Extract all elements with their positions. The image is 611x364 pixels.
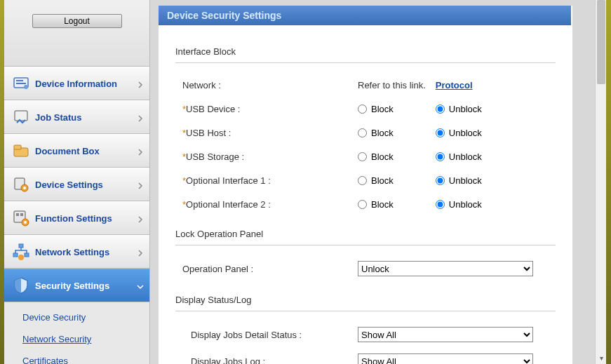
subnav-network-security[interactable]: Network Security xyxy=(4,328,149,350)
svg-rect-15 xyxy=(19,244,23,248)
nav-network-settings[interactable]: Network Settings xyxy=(4,235,149,269)
shield-icon xyxy=(11,276,31,295)
section-interface-block-title: Interface Block xyxy=(175,46,556,57)
nav-label: Network Settings xyxy=(35,247,109,257)
nav-label: Job Status xyxy=(35,112,81,123)
chevron-right-icon xyxy=(137,215,144,222)
svg-rect-2 xyxy=(16,83,26,84)
main-content: Device Security Settings Interface Block… xyxy=(150,0,606,364)
row-operation-panel: Operation Panel : Unlock xyxy=(175,255,556,282)
row-label-usb-host: USB Host : xyxy=(186,128,231,138)
chevron-right-icon xyxy=(137,114,144,121)
nav-label: Function Settings xyxy=(35,213,112,224)
row-usb-storage: *USB Storage : Block Unblock xyxy=(175,144,556,168)
sidebar: Logout Device Information Job Status Doc… xyxy=(4,0,150,364)
svg-rect-12 xyxy=(20,213,23,216)
svg-point-9 xyxy=(23,187,26,189)
usb-host-unblock[interactable]: Unblock xyxy=(436,128,482,138)
protocol-link[interactable]: Protocol xyxy=(436,80,473,90)
nav-label: Document Box xyxy=(35,146,100,156)
nav-label: Security Settings xyxy=(35,281,109,291)
svg-point-18 xyxy=(18,255,24,260)
nav-device-information[interactable]: Device Information xyxy=(4,67,149,100)
row-label-usb-storage: USB Storage : xyxy=(186,151,244,162)
divider xyxy=(175,311,556,311)
divider xyxy=(175,62,556,63)
function-settings-icon xyxy=(11,208,31,228)
logout-area: Logout xyxy=(4,0,149,67)
nav-device-settings[interactable]: Device Settings xyxy=(4,168,149,201)
row-usb-host: *USB Host : Block Unblock xyxy=(175,121,556,144)
usb-storage-unblock[interactable]: Unblock xyxy=(436,151,482,162)
opt-if1-unblock[interactable]: Unblock xyxy=(436,175,482,186)
usb-storage-block[interactable]: Block xyxy=(358,151,394,162)
section-display-status-title: Display Status/Log xyxy=(175,295,556,305)
usb-device-unblock[interactable]: Unblock xyxy=(436,104,482,114)
opt-if2-block[interactable]: Block xyxy=(358,199,394,210)
nav-function-settings[interactable]: Function Settings xyxy=(4,201,149,235)
subnav-certificates[interactable]: Certificates xyxy=(4,350,149,364)
opt-if2-unblock[interactable]: Unblock xyxy=(436,199,482,210)
row-label-network: Network : xyxy=(182,80,358,90)
chevron-right-icon xyxy=(137,147,144,154)
settings-panel: Device Security Settings Interface Block… xyxy=(159,6,572,364)
row-label-jobs-log: Display Jobs Log : xyxy=(191,356,358,365)
device-info-icon xyxy=(11,74,31,93)
row-jobs-detail-status: Display Jobs Detail Status : Show All xyxy=(175,321,556,348)
usb-device-block[interactable]: Block xyxy=(358,104,394,114)
svg-rect-1 xyxy=(16,80,23,81)
divider xyxy=(175,245,556,245)
subnav-device-security[interactable]: Device Security xyxy=(4,306,149,328)
nav-document-box[interactable]: Document Box xyxy=(4,134,149,168)
usb-host-block[interactable]: Block xyxy=(358,128,394,138)
svg-rect-11 xyxy=(16,213,19,216)
row-optional-interface-1: *Optional Interface 1 : Block Unblock xyxy=(175,168,556,192)
svg-rect-6 xyxy=(14,145,21,149)
row-optional-interface-2: *Optional Interface 2 : Block Unblock xyxy=(175,192,556,216)
opt-if1-block[interactable]: Block xyxy=(358,175,394,186)
document-box-icon xyxy=(11,141,31,161)
row-label-opt-if2: Optional Interface 2 : xyxy=(186,199,271,210)
row-label-opt-if1: Optional Interface 1 : xyxy=(186,175,271,186)
chevron-down-icon xyxy=(137,282,144,289)
nav-label: Device Settings xyxy=(35,180,103,190)
network-settings-icon xyxy=(11,242,31,262)
operation-panel-select[interactable]: Unlock xyxy=(358,261,533,276)
svg-rect-4 xyxy=(15,111,27,121)
chevron-right-icon xyxy=(137,181,144,188)
chevron-right-icon xyxy=(137,80,144,87)
panel-title: Device Security Settings xyxy=(159,6,571,25)
jobs-detail-status-select[interactable]: Show All xyxy=(358,327,533,342)
svg-rect-16 xyxy=(13,253,18,257)
device-settings-icon xyxy=(11,175,31,194)
nav-job-status[interactable]: Job Status xyxy=(4,100,149,134)
network-hint: Refer to this link. xyxy=(358,80,426,90)
job-status-icon xyxy=(11,107,31,127)
subnav-security: Device Security Network Security Certifi… xyxy=(4,302,149,364)
row-jobs-log: Display Jobs Log : Show All xyxy=(175,348,556,364)
svg-point-14 xyxy=(24,221,27,224)
svg-point-3 xyxy=(24,85,28,89)
chevron-right-icon xyxy=(137,248,144,255)
nav-label: Device Information xyxy=(35,79,117,89)
nav-security-settings[interactable]: Security Settings xyxy=(4,269,149,302)
scroll-down-icon[interactable]: ▾ xyxy=(598,354,605,361)
logout-button[interactable]: Logout xyxy=(32,14,122,28)
jobs-log-select[interactable]: Show All xyxy=(358,353,533,364)
row-usb-device: *USB Device : Block Unblock xyxy=(175,97,556,121)
scrollbar-thumb[interactable] xyxy=(597,0,605,84)
row-label-jobs-detail: Display Jobs Detail Status : xyxy=(191,330,358,340)
row-network: Network : Refer to this link. Protocol xyxy=(175,73,556,97)
row-label-operation-panel: Operation Panel : xyxy=(182,264,358,274)
section-lock-panel-title: Lock Operation Panel xyxy=(175,229,556,239)
svg-rect-17 xyxy=(25,253,29,257)
vertical-scrollbar[interactable]: ▾ xyxy=(595,0,606,364)
row-label-usb-device: USB Device : xyxy=(186,104,240,114)
